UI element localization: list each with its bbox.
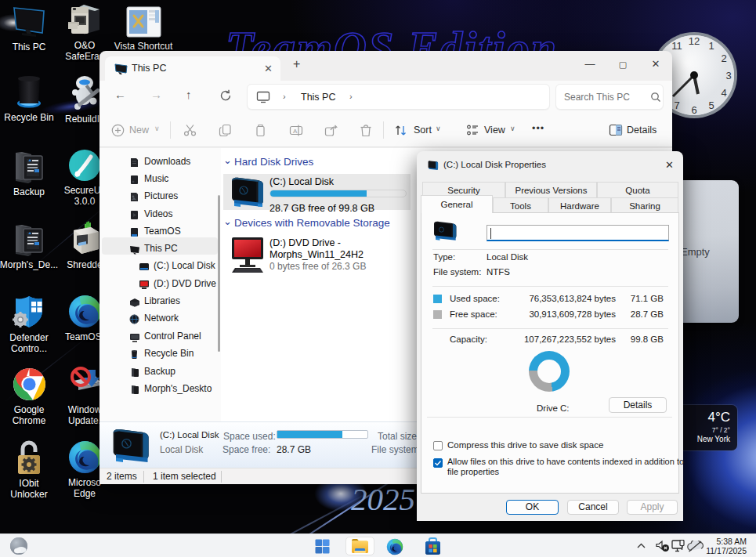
- svg-text:7: 7: [674, 99, 679, 111]
- svg-text:1: 1: [708, 40, 714, 52]
- svg-text:3: 3: [725, 70, 731, 81]
- svg-text:A: A: [293, 128, 298, 135]
- svg-text:4: 4: [721, 87, 726, 99]
- svg-text:5: 5: [708, 99, 714, 111]
- svg-text:11: 11: [671, 40, 682, 52]
- svg-text:2025: 2025: [351, 481, 415, 517]
- svg-text:2: 2: [721, 52, 726, 64]
- svg-text:12: 12: [689, 35, 700, 47]
- svg-text:6: 6: [691, 104, 696, 116]
